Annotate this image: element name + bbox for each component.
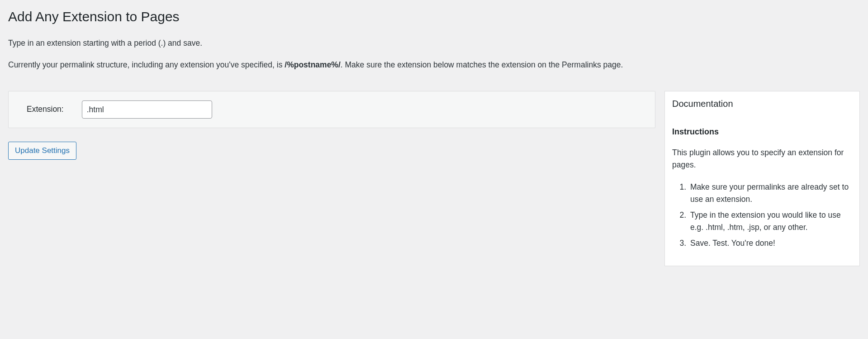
form-panel: Extension: Update Settings [8, 91, 655, 160]
documentation-description: This plugin allows you to specify an ext… [672, 147, 852, 171]
intro-suffix: . Make sure the extension below matches … [341, 60, 623, 69]
documentation-panel: Documentation Instructions This plugin a… [664, 91, 860, 267]
instructions-list: Make sure your permalinks are already se… [672, 181, 852, 250]
permalink-structure: /%postname%/ [285, 60, 341, 69]
extension-label: Extension: [19, 105, 64, 114]
list-item: Type in the extension you would like to … [688, 209, 852, 234]
update-settings-button[interactable]: Update Settings [8, 142, 76, 160]
instructions-heading: Instructions [672, 127, 852, 137]
intro-prefix: Currently your permalink structure, incl… [8, 60, 285, 69]
page-title: Add Any Extension to Pages [8, 9, 860, 24]
extension-input[interactable] [82, 100, 212, 119]
documentation-title: Documentation [672, 99, 852, 109]
extension-setting-row: Extension: [8, 91, 655, 128]
list-item: Make sure your permalinks are already se… [688, 181, 852, 205]
intro-text-2: Currently your permalink structure, incl… [8, 59, 860, 71]
list-item: Save. Test. You're done! [688, 237, 852, 249]
intro-text-1: Type in an extension starting with a per… [8, 37, 860, 49]
